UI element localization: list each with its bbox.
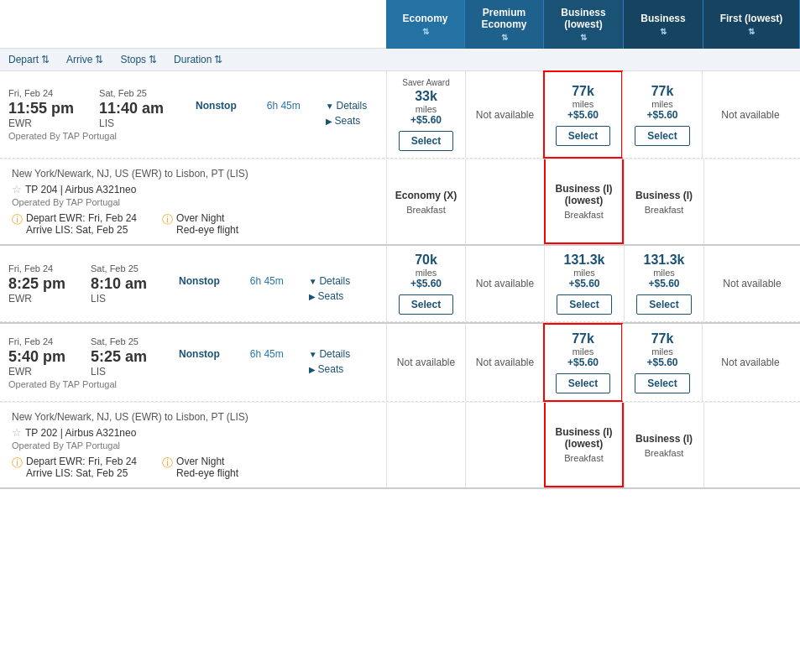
first-na-2: Not available [723, 278, 781, 289]
duration-label: Duration [174, 54, 212, 65]
arrive-time-3: 5:25 am [91, 348, 147, 366]
flight-detail-3: New York/Newark, NJ, US (EWR) to Lisbon,… [0, 402, 800, 487]
details-link-1[interactable]: Details [326, 100, 367, 112]
biz-select-2[interactable]: Select [636, 294, 691, 315]
biz-miles-unit-1: miles [651, 99, 673, 109]
arrive-info-text-1: Arrive LIS: Sat, Feb 25 [26, 224, 137, 236]
award-label-1: Saver Award [402, 78, 450, 87]
flight-num-text-1: TP 204 | Airbus A321neo [25, 184, 136, 195]
overnight-label-1: Over Night [176, 212, 238, 224]
seats-link-2[interactable]: Seats [309, 290, 350, 302]
economy-meal-1: Breakfast [406, 205, 445, 215]
depart-time-1: 11:55 pm [8, 100, 74, 117]
economy-select-1[interactable]: Select [399, 131, 453, 151]
biz-low-select-1[interactable]: Select [556, 126, 610, 146]
arrive-airport-3: LIS [91, 366, 147, 378]
biz-low-fee-2: +$5.60 [568, 278, 599, 289]
overnight-info-3: ⓘ Over Night Red-eye flight [162, 456, 238, 479]
flight-info-header [0, 0, 386, 49]
redeye-label-3: Red-eye flight [176, 467, 238, 479]
economy-sort-icon[interactable]: ⇅ [422, 27, 429, 36]
arrive-date-3: Sat, Feb 25 [91, 336, 147, 346]
biz-low-select-2[interactable]: Select [557, 294, 611, 315]
biz-class-name-3: Business (I) [635, 433, 693, 445]
arrive-sort[interactable]: Arrive ⇅ [66, 54, 103, 65]
biz-low-miles-unit-2: miles [573, 268, 595, 278]
economy-na-3: Not available [397, 357, 455, 368]
stops-label: Stops [120, 54, 146, 65]
biz-low-miles-unit-3: miles [573, 346, 594, 357]
dep-arr-1: ⓘ Depart EWR: Fri, Feb 24 Arrive LIS: Sa… [12, 212, 374, 236]
arrive-date-2: Sat, Feb 25 [91, 263, 147, 273]
route-3: New York/Newark, NJ, US (EWR) to Lisbon,… [12, 411, 374, 423]
biz-low-miles-1: 77k [572, 84, 594, 99]
flight-section-2: Fri, Feb 24 8:25 pm EWR Sat, Feb 25 8:10… [0, 246, 800, 324]
overnight-info-1: ⓘ Over Night Red-eye flight [162, 212, 238, 236]
duration-sort-icon: ⇅ [214, 54, 222, 65]
seats-link-1[interactable]: Seats [326, 115, 367, 127]
economy-miles-1: 33k [415, 89, 437, 104]
depart-info-3: ⓘ Depart EWR: Fri, Feb 24 Arrive LIS: Sa… [12, 456, 137, 479]
info-icon-night-1: ⓘ [162, 212, 173, 227]
business-low-header[interactable]: Business (lowest) ⇅ [544, 0, 624, 49]
biz-low-meal-1: Breakfast [564, 210, 603, 220]
duration-1: 6h 45m [267, 100, 301, 112]
route-1: New York/Newark, NJ, US (EWR) to Lisbon,… [12, 168, 374, 180]
operated-by-1: Operated By TAP Portugal [8, 131, 378, 141]
biz-select-3[interactable]: Select [635, 373, 689, 393]
economy-select-2[interactable]: Select [399, 294, 453, 315]
first-na-1: Not available [721, 109, 779, 121]
first-price-2: Not available [703, 246, 800, 321]
seats-link-3[interactable]: Seats [309, 363, 350, 375]
economy-header-label: Economy [402, 13, 447, 24]
biz-low-class-3: Business (I) (lowest) Breakfast [544, 403, 624, 487]
duration-sort[interactable]: Duration ⇅ [174, 54, 222, 65]
info-icon-night-3: ⓘ [162, 456, 173, 471]
info-icon-depart-1: ⓘ [12, 212, 23, 227]
duration-2: 6h 45m [250, 275, 284, 287]
star-icon-1: ☆ [12, 183, 22, 195]
stops-1: Nonstop [196, 100, 237, 112]
depart-airport-1: EWR [8, 117, 74, 129]
biz-miles-1: 77k [651, 84, 674, 99]
business-header[interactable]: Business ⇅ [624, 0, 703, 49]
premium-price-1: Not available [465, 71, 544, 158]
biz-miles-unit-3: miles [651, 346, 673, 357]
biz-fee-1: +$5.60 [646, 109, 677, 121]
biz-class-name-1: Business (I) [635, 190, 693, 201]
stops-2: Nonstop [179, 275, 220, 287]
details-link-3[interactable]: Details [309, 348, 350, 360]
economy-header[interactable]: Economy ⇅ [386, 0, 465, 49]
first-sort-icon[interactable]: ⇅ [748, 27, 755, 36]
biz-low-select-3[interactable]: Select [556, 373, 610, 393]
biz-low-class-name-3: Business (I) (lowest) [549, 426, 619, 450]
first-price-1: Not available [702, 71, 798, 158]
biz-select-1[interactable]: Select [635, 126, 689, 146]
biz-low-miles-2: 131.3k [564, 253, 605, 268]
dep-arr-3: ⓘ Depart EWR: Fri, Feb 24 Arrive LIS: Sa… [12, 456, 374, 479]
first-class-3 [703, 403, 800, 487]
depart-airport-3: EWR [8, 366, 65, 378]
business-sort-icon[interactable]: ⇅ [660, 27, 667, 36]
flight-row-2: Fri, Feb 24 8:25 pm EWR Sat, Feb 25 8:10… [0, 246, 800, 322]
premium-header[interactable]: Premium Economy ⇅ [465, 0, 544, 49]
arrive-time-1: 11:40 am [99, 100, 164, 117]
premium-na-1: Not available [476, 109, 534, 121]
biz-miles-2: 131.3k [644, 253, 685, 268]
detail-operated-1: Operated By TAP Portugal [12, 197, 374, 207]
first-class-1 [703, 159, 800, 244]
business-low-price-3: 77k miles +$5.60 Select [543, 323, 623, 402]
business-low-price-1: 77k miles +$5.60 Select [543, 70, 623, 159]
depart-sort[interactable]: Depart ⇅ [8, 54, 50, 65]
flight-num-1: ☆ TP 204 | Airbus A321neo [12, 183, 374, 195]
business-low-sort-icon[interactable]: ⇅ [580, 33, 587, 42]
column-headers: Economy ⇅ Premium Economy ⇅ Business (lo… [0, 0, 800, 49]
stops-sort[interactable]: Stops ⇅ [120, 54, 157, 65]
premium-price-2: Not available [465, 246, 544, 321]
premium-class-1 [465, 159, 544, 244]
subheader: Depart ⇅ Arrive ⇅ Stops ⇅ Duration ⇅ [0, 49, 800, 71]
premium-sort-icon[interactable]: ⇅ [501, 33, 508, 42]
first-header[interactable]: First (lowest) ⇅ [703, 0, 800, 49]
economy-fee-2: +$5.60 [410, 278, 442, 289]
details-link-2[interactable]: Details [309, 275, 350, 287]
